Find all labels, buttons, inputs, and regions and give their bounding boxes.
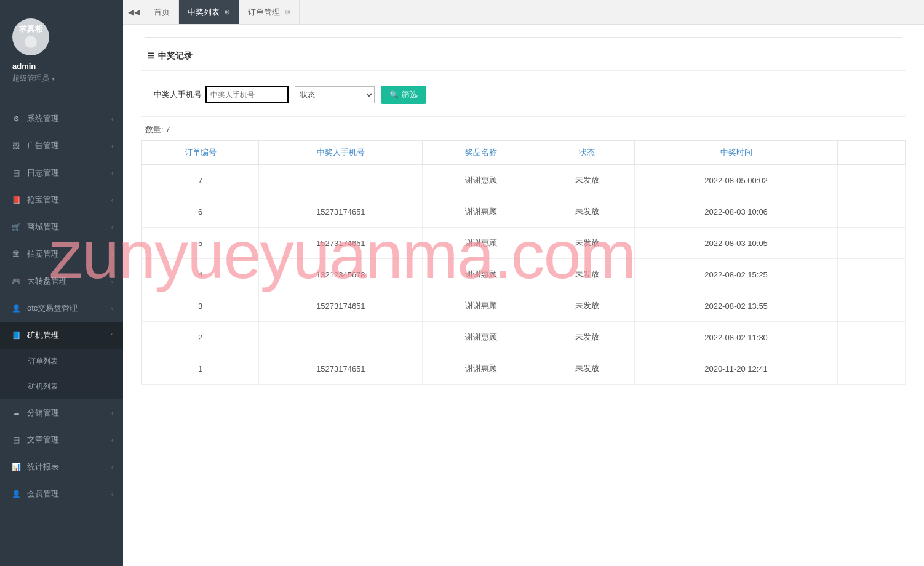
table-row: 7谢谢惠顾未发放2022-08-05 00:02 (142, 165, 906, 196)
chevron-down-icon: ˅ (110, 332, 113, 339)
sidebar-nav: ⚙系统管理‹🖼广告管理‹▤日志管理‹📕抢宝管理‹🛒商城管理‹🏛拍卖管理‹🎮大转盘… (0, 105, 123, 508)
cell-phone: 15273174651 (259, 228, 423, 259)
cell-time: 2022-08-05 00:02 (635, 165, 838, 196)
tab-0[interactable]: 首页 (145, 0, 179, 24)
table-row: 413212345678谢谢惠顾未发放2022-08-02 15:25 (142, 259, 906, 290)
cell-actions (838, 290, 906, 322)
close-icon[interactable]: ⊗ (225, 8, 230, 16)
table-header-5[interactable] (838, 141, 906, 165)
sidebar-item-12[interactable]: 👤会员管理‹ (0, 480, 123, 508)
cell-phone (259, 165, 423, 196)
cell-actions (838, 228, 906, 259)
sidebar-item-label: 广告管理 (27, 140, 59, 151)
sidebar: 求真相 admin 超级管理员 ⚙系统管理‹🖼广告管理‹▤日志管理‹📕抢宝管理‹… (0, 0, 123, 566)
profile-block: 求真相 admin 超级管理员 (0, 0, 123, 93)
tabs-collapse-icon[interactable]: ◀◀ (123, 0, 145, 24)
cell-id: 6 (142, 196, 259, 228)
sidebar-item-icon: ▤ (11, 169, 21, 177)
cell-id: 2 (142, 322, 259, 353)
sidebar-item-icon: 📊 (11, 463, 21, 471)
sidebar-item-11[interactable]: 📊统计报表‹ (0, 453, 123, 480)
cell-time: 2022-08-03 10:06 (635, 196, 838, 228)
cell-prize: 谢谢惠顾 (423, 353, 540, 385)
sidebar-item-9[interactable]: ☁分销管理‹ (0, 399, 123, 426)
table-row: 115273174651谢谢惠顾未发放2020-11-20 12:41 (142, 353, 906, 385)
chevron-left-icon: ‹ (111, 437, 113, 444)
sidebar-subitem-1[interactable]: 矿机列表 (0, 374, 123, 399)
cell-status: 未发放 (540, 259, 634, 290)
cell-phone (259, 322, 423, 353)
sidebar-item-1[interactable]: 🖼广告管理‹ (0, 132, 123, 159)
table-header-0[interactable]: 订单编号 (142, 141, 259, 165)
tab-1[interactable]: 中奖列表⊗ (179, 0, 239, 24)
table-header-1[interactable]: 中奖人手机号 (259, 141, 423, 165)
sidebar-subitem-0[interactable]: 订单列表 (0, 349, 123, 374)
cell-status: 未发放 (540, 322, 634, 353)
tab-2[interactable]: 订单管理⊗ (239, 0, 300, 24)
cell-id: 1 (142, 353, 259, 385)
cell-time: 2022-08-02 11:30 (635, 322, 838, 353)
avatar[interactable]: 求真相 (12, 18, 49, 55)
cell-status: 未发放 (540, 165, 634, 196)
search-icon: 🔍 (389, 90, 399, 99)
table-header-3[interactable]: 状态 (540, 141, 634, 165)
sidebar-item-icon: 🎮 (11, 277, 21, 285)
sidebar-item-label: 会员管理 (27, 488, 59, 500)
sidebar-item-icon: 🏛 (11, 250, 21, 258)
count-text: 数量: (145, 125, 164, 134)
data-table: 订单编号中奖人手机号奖品名称状态中奖时间 7谢谢惠顾未发放2022-08-05 … (141, 140, 906, 385)
table-header-4[interactable]: 中奖时间 (635, 141, 838, 165)
sidebar-item-icon: 👤 (11, 490, 21, 498)
table-row: 515273174651谢谢惠顾未发放2022-08-03 10:05 (142, 228, 906, 259)
divider (145, 37, 902, 38)
sidebar-item-7[interactable]: 👤otc交易盘管理‹ (0, 295, 123, 322)
sidebar-item-label: 抢宝管理 (27, 194, 59, 205)
sidebar-item-8[interactable]: 📘矿机管理˅ (0, 322, 123, 349)
cell-prize: 谢谢惠顾 (423, 228, 540, 259)
sidebar-item-icon: 🛒 (11, 223, 21, 231)
cell-actions (838, 322, 906, 353)
cell-phone: 13212345678 (259, 259, 423, 290)
chevron-left-icon: ‹ (111, 464, 113, 471)
sidebar-item-3[interactable]: 📕抢宝管理‹ (0, 186, 123, 213)
filter-phone-label: 中奖人手机号 (154, 89, 202, 100)
cell-actions (838, 353, 906, 385)
cell-prize: 谢谢惠顾 (423, 196, 540, 228)
cell-phone: 15273174651 (259, 196, 423, 228)
sidebar-item-label: 大转盘管理 (27, 276, 67, 287)
sidebar-item-label: 统计报表 (27, 461, 59, 472)
sidebar-item-10[interactable]: ▤文章管理‹ (0, 426, 123, 453)
sidebar-item-6[interactable]: 🎮大转盘管理‹ (0, 268, 123, 295)
cell-id: 7 (142, 165, 259, 196)
cell-time: 2022-08-03 10:05 (635, 228, 838, 259)
table-body: 7谢谢惠顾未发放2022-08-05 00:02615273174651谢谢惠顾… (142, 165, 906, 385)
filter-status-select[interactable]: 状态 (295, 86, 375, 103)
panel-title: ☰ 中奖记录 (141, 47, 906, 71)
sidebar-item-0[interactable]: ⚙系统管理‹ (0, 105, 123, 132)
filter-button[interactable]: 🔍 筛选 (381, 86, 426, 104)
cell-time: 2022-08-02 15:25 (635, 259, 838, 290)
chevron-left-icon: ‹ (111, 305, 113, 312)
sidebar-item-5[interactable]: 🏛拍卖管理‹ (0, 241, 123, 268)
cell-status: 未发放 (540, 196, 634, 228)
chevron-left-icon: ‹ (111, 197, 113, 204)
chevron-left-icon: ‹ (111, 251, 113, 258)
cell-prize: 谢谢惠顾 (423, 290, 540, 322)
sidebar-item-2[interactable]: ▤日志管理‹ (0, 159, 123, 186)
filter-phone-input[interactable] (205, 86, 289, 103)
chevron-left-icon: ‹ (111, 170, 113, 177)
main: ◀◀ 首页中奖列表⊗订单管理⊗ ☰ 中奖记录 中奖人手机号 状态 🔍 筛选 数量… (123, 0, 924, 566)
cell-actions (838, 259, 906, 290)
tab-label: 中奖列表 (188, 7, 220, 18)
cell-actions (838, 165, 906, 196)
close-icon[interactable]: ⊗ (285, 8, 290, 16)
table-header-2[interactable]: 奖品名称 (423, 141, 540, 165)
sidebar-item-label: otc交易盘管理 (27, 303, 78, 314)
cell-time: 2022-08-02 13:55 (635, 290, 838, 322)
panel-title-text: 中奖记录 (158, 50, 193, 62)
sidebar-item-4[interactable]: 🛒商城管理‹ (0, 213, 123, 241)
cell-id: 3 (142, 290, 259, 322)
table-row: 615273174651谢谢惠顾未发放2022-08-03 10:06 (142, 196, 906, 228)
cell-status: 未发放 (540, 290, 634, 322)
role-dropdown[interactable]: 超级管理员 (12, 73, 111, 84)
